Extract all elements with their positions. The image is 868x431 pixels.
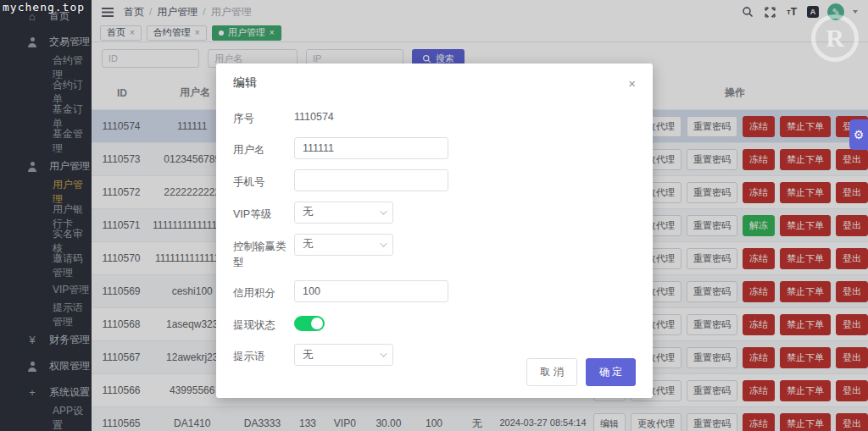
chevron-down-icon [380, 207, 387, 214]
edit-user-modal: 编辑 × 序号 1110574 用户名 手机号 VIP等级 无 控制输赢类型 无 [216, 64, 653, 398]
phone-field[interactable] [294, 169, 448, 191]
serial-value: 1110574 [294, 106, 334, 123]
vip-level-value: 无 [303, 205, 314, 219]
username-field[interactable] [294, 137, 448, 159]
chevron-down-icon [380, 350, 387, 356]
win-control-value: 无 [303, 237, 314, 251]
serial-label: 序号 [233, 106, 294, 127]
gear-icon: ⚙ [854, 128, 865, 141]
credit-label: 信用积分 [233, 280, 294, 301]
chevron-down-icon [380, 240, 387, 246]
withdraw-status-label: 提现状态 [233, 312, 294, 334]
settings-panel-toggle[interactable]: ⚙ [849, 119, 868, 150]
win-control-label: 控制输赢类型 [233, 234, 294, 271]
win-control-select[interactable]: 无 [294, 234, 393, 256]
phone-label: 手机号 [233, 169, 294, 191]
withdraw-status-toggle[interactable] [294, 316, 325, 331]
tip-label: 提示语 [233, 344, 294, 365]
credit-field[interactable] [294, 280, 448, 302]
cancel-button[interactable]: 取 消 [526, 358, 576, 386]
modal-title: 编辑 [233, 75, 257, 91]
tip-select[interactable]: 无 [294, 344, 393, 366]
close-icon[interactable]: × [628, 77, 636, 90]
username-label: 用户名 [233, 137, 294, 158]
vip-level-select[interactable]: 无 [294, 202, 393, 224]
tip-value: 无 [303, 348, 314, 362]
confirm-button[interactable]: 确 定 [586, 358, 636, 386]
vip-level-label: VIP等级 [233, 202, 294, 223]
